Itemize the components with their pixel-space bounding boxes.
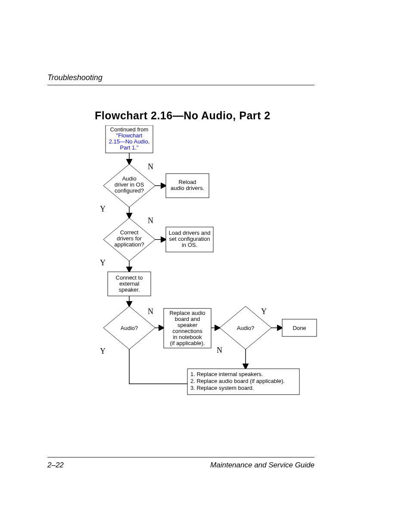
label-y-2: Y — [100, 258, 106, 267]
p4-l5: in notebook — [173, 334, 202, 340]
p5-l1: 1. Replace internal speakers. — [190, 371, 263, 377]
d2-l3: application? — [114, 241, 144, 248]
start-link2[interactable]: 2.15—No Audio, — [109, 138, 150, 145]
label-n-2: N — [148, 216, 153, 225]
p5-l3: 3. Replace system board. — [190, 385, 254, 391]
p5-l2: 2. Replace audio board (if applicable). — [190, 378, 285, 384]
done-text: Done — [293, 325, 306, 331]
p4-l6: (if applicable). — [170, 340, 205, 346]
p4-l2: board and — [175, 316, 200, 322]
page-footer: 2–22 Maintenance and Service Guide — [47, 457, 314, 470]
d1-l3: configured? — [115, 187, 144, 194]
d2-l2: drivers for — [117, 235, 142, 242]
p3-l1: Connect to — [116, 274, 143, 281]
p2-l2: set configuration — [169, 236, 210, 242]
label-y-4: Y — [261, 307, 267, 316]
p2-l3: in OS. — [182, 242, 197, 248]
d3: Audio? — [121, 325, 138, 331]
d1-l2: driver in OS — [115, 181, 144, 188]
p3-l2: external — [119, 280, 139, 287]
d4: Audio? — [237, 325, 254, 331]
page-number: 2–22 — [47, 461, 64, 469]
d2-l1: Correct — [120, 229, 139, 236]
page-title: Flowchart 2.16—No Audio, Part 2 — [95, 109, 358, 122]
p4-l4: connections — [172, 328, 202, 334]
d1-l1: Audio — [122, 175, 136, 182]
section-header: Troubleshooting — [47, 73, 314, 85]
label-n-4: N — [217, 346, 222, 355]
p4-l1: Replace audio — [169, 310, 205, 316]
label-y-3: Y — [100, 347, 106, 355]
flowchart-diagram: Continued from "Flowchart 2.15—No Audio,… — [95, 125, 358, 411]
doc-title: Maintenance and Service Guide — [210, 461, 314, 470]
label-y-1: Y — [100, 205, 106, 213]
p2-l1: Load drivers and — [169, 230, 211, 236]
start-line1: Continued from — [110, 126, 149, 133]
label-n-3: N — [148, 307, 153, 316]
p3-l3: speaker. — [118, 286, 140, 293]
p1-l1: Reload — [178, 179, 196, 185]
p1-l2: audio drivers. — [171, 185, 204, 191]
label-n-1: N — [148, 162, 153, 171]
start-link3[interactable]: Part 1." — [120, 144, 139, 151]
start-link[interactable]: "Flowchart — [116, 132, 143, 139]
p4-l3: speaker — [177, 322, 198, 328]
